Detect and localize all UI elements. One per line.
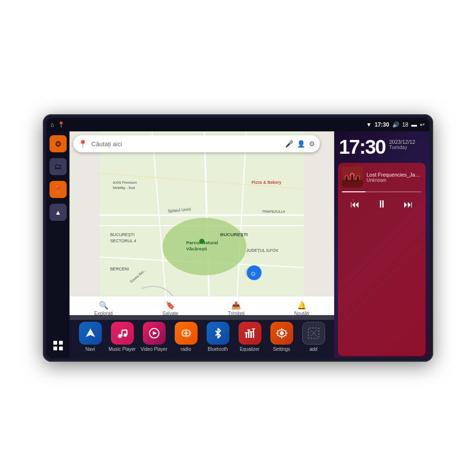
video-player-icon	[143, 322, 166, 345]
app-item-add[interactable]: add	[298, 322, 329, 352]
svg-rect-44	[248, 330, 249, 338]
now-playing: Lost Frequencies_Janie... Unknown	[342, 167, 422, 188]
app-item-settings[interactable]: Settings	[266, 322, 298, 352]
sidebar-item-navigation[interactable]: ▲	[50, 204, 67, 221]
app-item-bluetooth[interactable]: Bluetooth	[202, 322, 234, 352]
svg-rect-43	[246, 333, 247, 338]
svg-rect-60	[342, 180, 363, 188]
radio-label: radio	[180, 347, 191, 352]
app-item-navi[interactable]: Navi	[74, 322, 106, 352]
video-player-label: Video Player	[140, 347, 168, 352]
battery-level: 18	[402, 121, 408, 128]
battery-icon: ▬	[411, 121, 417, 128]
date-number: 2023/12/12	[389, 139, 415, 145]
svg-rect-61	[346, 176, 347, 181]
svg-rect-3	[59, 347, 63, 350]
search-placeholder: Căutați aici	[91, 140, 281, 148]
maps-icon: 📍	[53, 185, 63, 194]
next-button[interactable]: ⏭	[400, 197, 417, 212]
album-art	[342, 167, 363, 188]
svg-text:JUDEȚUL ILFOV: JUDEȚUL ILFOV	[247, 248, 278, 253]
app-item-music-player[interactable]: Music Player	[106, 322, 138, 352]
google-maps-icon: 📍	[78, 139, 88, 149]
svg-text:BUCUREȘTI: BUCUREȘTI	[220, 232, 248, 237]
radio-icon	[175, 322, 198, 345]
device: ⌂ 📍 ▼ 17:30 🔊 18 ▬ ↩ ⚙ 🗂	[43, 114, 433, 362]
map-background: Parcul Natural Văcărești BUCUREȘTI SECTO…	[69, 131, 334, 320]
svg-rect-62	[351, 174, 353, 181]
bluetooth-label: Bluetooth	[208, 347, 228, 352]
map-nav-noutăți[interactable]: 🔔 Noutăți	[294, 301, 309, 316]
app-item-equalizer[interactable]: Equalizer	[234, 322, 266, 352]
navi-label: Navi	[85, 347, 95, 352]
settings-icon: ⚙	[55, 139, 61, 149]
svg-text:Pizza & Bakery: Pizza & Bakery	[252, 180, 282, 185]
map-nav-trimiteți[interactable]: 📤 Trimiteți	[228, 301, 245, 316]
equalizer-icon	[238, 322, 261, 345]
navi-icon	[79, 322, 102, 345]
app-item-video-player[interactable]: Video Player	[138, 322, 170, 352]
wifi-icon: ▼	[366, 121, 372, 128]
track-title: Lost Frequencies_Janie...	[367, 172, 422, 178]
svg-rect-0	[53, 341, 57, 345]
svg-rect-63	[357, 176, 359, 181]
svg-rect-50	[252, 328, 255, 329]
svg-text:Mobility - Sud: Mobility - Sud	[113, 186, 135, 190]
map-nav-salvate[interactable]: 🔖 Salvate	[162, 301, 178, 316]
svg-rect-1	[59, 341, 63, 345]
sidebar-item-grid[interactable]	[50, 337, 67, 354]
home-icon[interactable]: ⌂	[50, 121, 54, 128]
map-search-bar[interactable]: 📍 Căutați aici 🎤 👤 ⚙	[73, 135, 320, 152]
status-right: ▼ 17:30 🔊 18 ▬ ↩	[366, 121, 425, 128]
map-nav-explorați[interactable]: 🔍 Explorați	[94, 301, 113, 316]
svg-rect-2	[53, 347, 57, 350]
mic-icon[interactable]: 🎤	[285, 140, 293, 148]
map-status-icon[interactable]: 📍	[58, 121, 65, 128]
account-icon[interactable]: 👤	[297, 140, 305, 148]
news-icon: 🔔	[297, 301, 307, 310]
map-panel[interactable]: Parcul Natural Văcărești BUCUREȘTI SECTO…	[69, 131, 334, 320]
clock-widget: 17:30 2023/12/12 Tuesday	[334, 131, 429, 161]
svg-text:BERCENI: BERCENI	[110, 267, 129, 271]
svg-marker-32	[86, 328, 95, 337]
files-icon: 🗂	[54, 162, 62, 171]
svg-rect-48	[247, 329, 250, 330]
svg-text:Văcărești: Văcărești	[186, 246, 207, 251]
svg-text:⊙: ⊙	[251, 270, 256, 277]
svg-text:AXIS Premium: AXIS Premium	[113, 180, 137, 185]
grid-icon	[53, 340, 63, 351]
music-progress-fill	[342, 191, 366, 192]
status-time: 17:30	[375, 121, 389, 128]
music-player-icon	[111, 322, 134, 345]
settings-map-icon[interactable]: ⚙	[309, 140, 315, 148]
music-widget: Lost Frequencies_Janie... Unknown ⏮ ⏸ ⏭	[338, 163, 426, 356]
prev-button[interactable]: ⏮	[347, 197, 364, 212]
sidebar-item-maps[interactable]: 📍	[50, 181, 67, 198]
app-grid: Navi Music Player	[69, 315, 334, 358]
track-artist: Unknown	[367, 178, 422, 183]
saved-icon: 🔖	[166, 301, 175, 310]
svg-marker-39	[153, 331, 157, 335]
app-item-radio[interactable]: radio	[170, 322, 202, 352]
main-content: ⚙ 🗂 📍 ▲	[47, 131, 429, 358]
status-left: ⌂ 📍	[50, 121, 65, 128]
nav-arrow-icon: ▲	[55, 208, 61, 216]
back-icon[interactable]: ↩	[420, 121, 425, 128]
play-pause-button[interactable]: ⏸	[373, 196, 391, 212]
track-info: Lost Frequencies_Janie... Unknown	[367, 172, 422, 183]
volume-icon: 🔊	[392, 121, 399, 128]
svg-point-15	[199, 239, 205, 244]
center-area: Parcul Natural Văcărești BUCUREȘTI SECTO…	[69, 131, 334, 358]
music-controls: ⏮ ⏸ ⏭	[342, 196, 422, 212]
settings-app-icon	[270, 322, 293, 345]
status-bar: ⌂ 📍 ▼ 17:30 🔊 18 ▬ ↩	[47, 118, 429, 131]
svg-rect-49	[249, 331, 253, 332]
sidebar: ⚙ 🗂 📍 ▲	[47, 131, 69, 358]
right-panel: 17:30 2023/12/12 Tuesday	[334, 131, 429, 358]
svg-rect-47	[245, 332, 248, 333]
svg-point-51	[280, 331, 284, 335]
clock-time: 17:30	[339, 137, 385, 157]
day-name: Tuesday	[389, 145, 415, 150]
sidebar-item-files[interactable]: 🗂	[50, 158, 67, 175]
sidebar-item-settings[interactable]: ⚙	[50, 135, 67, 152]
